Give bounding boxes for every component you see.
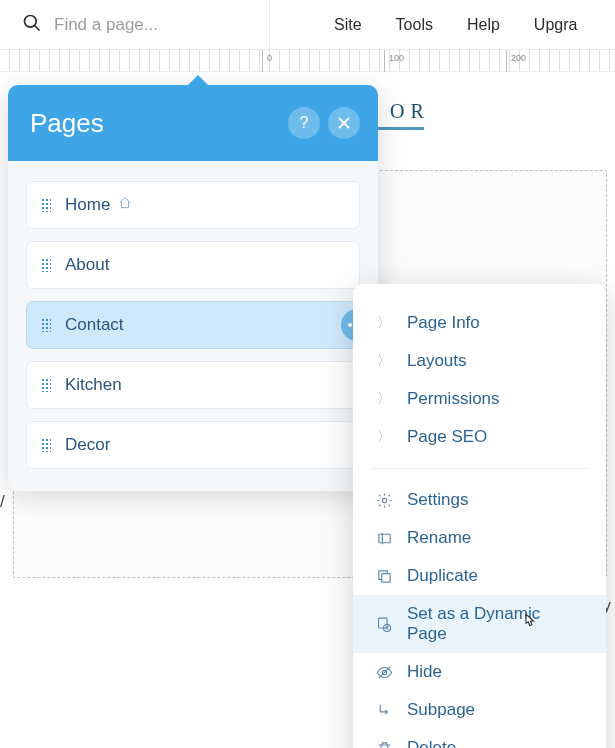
page-item-home[interactable]: Home xyxy=(26,181,360,229)
duplicate-icon xyxy=(375,568,393,585)
page-item-label: Contact xyxy=(65,315,124,335)
page-list: Home About Contact Kitchen Decor xyxy=(8,161,378,473)
ctx-delete[interactable]: Delete xyxy=(353,729,606,748)
ctx-label: Rename xyxy=(407,528,471,548)
svg-rect-5 xyxy=(378,534,389,543)
svg-line-1 xyxy=(35,25,40,30)
pages-panel: Pages ? Home About Contact xyxy=(8,85,378,491)
ctx-subpage[interactable]: Subpage xyxy=(353,691,606,729)
subpage-icon xyxy=(375,702,393,719)
grip-icon[interactable] xyxy=(41,198,51,212)
divider xyxy=(371,468,588,469)
panel-header: Pages ? xyxy=(8,85,378,161)
ctx-hide[interactable]: Hide xyxy=(353,653,606,691)
chevron-right-icon: 〉 xyxy=(375,352,393,370)
rename-icon xyxy=(375,530,393,547)
svg-point-4 xyxy=(382,498,386,502)
ctx-label: Delete xyxy=(407,738,456,748)
page-item-label: About xyxy=(65,255,109,275)
close-button[interactable] xyxy=(328,107,360,139)
svg-rect-6 xyxy=(381,573,390,582)
page-item-label: Home xyxy=(65,195,110,215)
ruler: 0 100 200 xyxy=(0,50,615,72)
page-item-decor[interactable]: Decor xyxy=(26,421,360,469)
dynamic-page-icon xyxy=(375,616,393,633)
search-icon xyxy=(22,13,42,37)
ctx-dynamic-page[interactable]: Set as a Dynamic Page xyxy=(353,595,606,653)
topbar: Site Tools Help Upgra xyxy=(0,0,615,50)
grip-icon[interactable] xyxy=(41,318,51,332)
hide-icon xyxy=(375,664,393,681)
search-box[interactable] xyxy=(0,0,270,49)
chevron-right-icon: 〉 xyxy=(375,428,393,446)
ctx-layouts[interactable]: 〉 Layouts xyxy=(353,342,606,380)
menu-tools[interactable]: Tools xyxy=(396,16,433,34)
grip-icon[interactable] xyxy=(41,438,51,452)
ctx-label: Permissions xyxy=(407,389,500,409)
home-icon xyxy=(118,195,132,215)
ctx-duplicate[interactable]: Duplicate xyxy=(353,557,606,595)
page-item-label: Decor xyxy=(65,435,110,455)
ctx-label: Duplicate xyxy=(407,566,478,586)
grip-icon[interactable] xyxy=(41,258,51,272)
ctx-label: Layouts xyxy=(407,351,467,371)
grip-icon[interactable] xyxy=(41,378,51,392)
ctx-label: Page SEO xyxy=(407,427,487,447)
menu-site[interactable]: Site xyxy=(334,16,362,34)
ctx-label: Hide xyxy=(407,662,442,682)
delete-icon xyxy=(375,740,393,749)
ctx-rename[interactable]: Rename xyxy=(353,519,606,557)
cropped-glyph-left: / xyxy=(0,492,5,512)
page-item-label: Kitchen xyxy=(65,375,122,395)
menu-help[interactable]: Help xyxy=(467,16,500,34)
canvas-title-fragment: OR xyxy=(390,100,430,123)
ctx-label: Settings xyxy=(407,490,468,510)
search-input[interactable] xyxy=(54,15,266,35)
context-menu: 〉 Page Info 〉 Layouts 〉 Permissions 〉 Pa… xyxy=(353,284,606,748)
ctx-page-info[interactable]: 〉 Page Info xyxy=(353,304,606,342)
page-item-kitchen[interactable]: Kitchen xyxy=(26,361,360,409)
chevron-right-icon: 〉 xyxy=(375,390,393,408)
ctx-label: Page Info xyxy=(407,313,480,333)
menu-upgrade[interactable]: Upgra xyxy=(534,16,578,34)
ctx-label: Subpage xyxy=(407,700,475,720)
svg-rect-7 xyxy=(379,618,388,628)
ctx-settings[interactable]: Settings xyxy=(353,481,606,519)
ctx-label: Set as a Dynamic Page xyxy=(407,604,584,644)
page-item-contact[interactable]: Contact xyxy=(26,301,360,349)
page-item-about[interactable]: About xyxy=(26,241,360,289)
svg-point-0 xyxy=(25,15,37,27)
chevron-right-icon: 〉 xyxy=(375,314,393,332)
ctx-page-seo[interactable]: 〉 Page SEO xyxy=(353,418,606,456)
gear-icon xyxy=(375,492,393,509)
ctx-permissions[interactable]: 〉 Permissions xyxy=(353,380,606,418)
top-menu: Site Tools Help Upgra xyxy=(334,16,577,34)
help-button[interactable]: ? xyxy=(288,107,320,139)
panel-title: Pages xyxy=(30,108,104,139)
